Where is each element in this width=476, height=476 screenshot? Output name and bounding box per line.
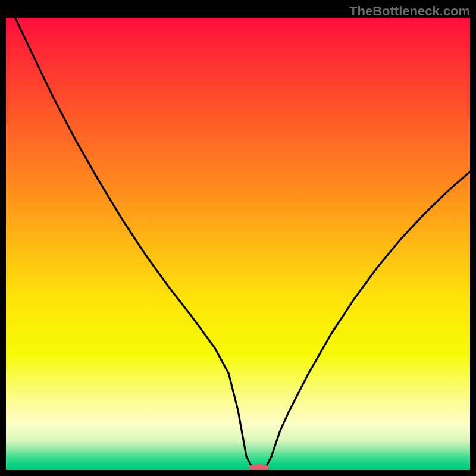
plot-background — [6, 18, 470, 470]
chart-frame: TheBottleneck.com — [0, 0, 476, 476]
watermark-text: TheBottleneck.com — [349, 4, 470, 19]
plot-svg — [6, 18, 470, 470]
plot-area — [6, 18, 470, 470]
